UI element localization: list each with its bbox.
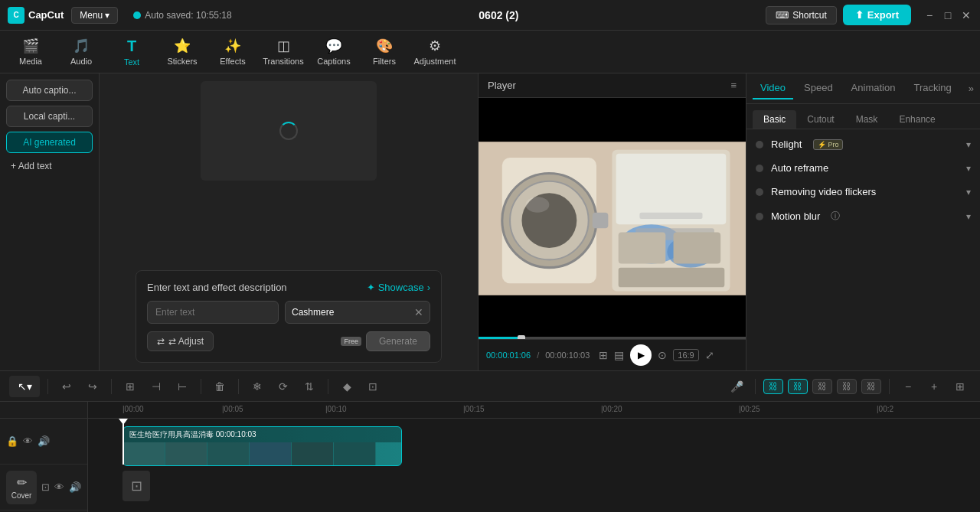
effect-input[interactable] [292,302,414,323]
video-track[interactable]: 医生给医疗用具高温消毒 00:00:10:03 [122,426,402,466]
maximize-button[interactable]: □ [942,9,954,21]
track-2-audio-icon[interactable]: 🔊 [69,481,81,493]
tab-video[interactable]: Video [753,77,793,99]
motion-blur-dropdown[interactable]: ▾ [966,211,971,222]
select-tool[interactable]: ↖▾ [9,376,40,397]
play-button[interactable]: ▶ [630,344,652,366]
zoom-in-button[interactable]: + [923,376,945,397]
shortcut-button[interactable]: ⌨ Shortcut [766,6,837,24]
connect-icon-5[interactable]: ⛓ [867,381,876,392]
clear-icon[interactable]: ✕ [414,306,423,318]
connect-icon-2[interactable]: ⛓ [793,381,802,392]
zoom-out-button[interactable]: − [897,376,919,397]
cover-track-icon[interactable]: ⊡ [41,481,50,493]
flip-tool[interactable]: ⇅ [299,376,320,397]
ai-generated-button[interactable]: AI generated [6,132,93,153]
player-menu-icon[interactable]: ≡ [730,80,737,91]
keyframe-tool[interactable]: ◆ [336,376,358,397]
track-eye-icon[interactable]: 👁 [23,435,33,447]
adjust-button[interactable]: ⇄ ⇄ Adjust [147,331,214,351]
effect-input-wrap: ✕ [285,301,430,324]
connect-group-4: ⛓ [837,379,857,394]
sub-tab-basic[interactable]: Basic [753,110,796,129]
more-tabs-icon[interactable]: » [969,83,974,94]
close-button[interactable]: ✕ [960,9,972,21]
minimize-button[interactable]: − [923,9,936,21]
freeze-tool[interactable]: ❄ [247,376,268,397]
free-badge: Free [341,337,361,346]
video-track-thumbnails [123,442,401,465]
screenshot-icon[interactable]: ⊙ [658,349,667,361]
flicker-toggle[interactable] [756,188,763,196]
delete-tool[interactable]: 🗑 [209,376,230,397]
relight-label: Relight [771,139,802,150]
text-input[interactable] [147,301,279,324]
toolbar-transitions[interactable]: ◫ Transitions [259,33,308,71]
player-controls: 00:00:01:06 / 00:00:10:03 ⊞ ▤ ▶ ⊙ 16:9 ⤢ [479,339,746,370]
svg-rect-15 [619,268,725,288]
toolbar-audio[interactable]: 🎵 Audio [57,33,106,71]
scrubber-handle[interactable] [518,335,525,339]
track-2-eye-icon[interactable]: 👁 [54,481,64,493]
sub-tab-enhance[interactable]: Enhance [888,110,946,129]
toolbar-text[interactable]: T Text [107,33,156,71]
track-audio-icon[interactable]: 🔊 [38,435,50,447]
ruler-label-2: |00:10 [325,405,347,413]
connect-icon-3[interactable]: ⛓ [818,381,827,392]
sub-tab-cutout[interactable]: Cutout [796,110,844,129]
aspect-ratio-badge[interactable]: 16:9 [673,349,698,361]
auto-caption-button[interactable]: Auto captio... [6,80,93,101]
auto-reframe-item: Auto reframe ▾ [756,162,971,174]
menu-button[interactable]: Menu ▾ [71,7,118,24]
toolbar-captions[interactable]: 💬 Captions [309,33,358,71]
toolbar-filters[interactable]: 🎨 Filters [360,33,409,71]
toolbar-adjustment[interactable]: ⚙ Adjustment [410,33,459,71]
left-panel: Auto captio... Local capti... AI generat… [0,73,100,370]
player-header: Player ≡ [479,73,746,98]
auto-reframe-toggle[interactable] [756,165,763,172]
thumb-1 [123,442,165,465]
motion-blur-info-icon[interactable]: ⓘ [831,210,840,223]
track-lock-icon[interactable]: 🔒 [6,435,18,447]
tab-speed[interactable]: Speed [796,77,841,99]
timeline-icon[interactable]: ▤ [614,349,624,361]
mic-button[interactable]: 🎤 [726,376,747,397]
crop-tool[interactable]: ⊡ [362,376,384,397]
toolbar-media[interactable]: 🎬 Media [6,33,55,71]
loop-tool[interactable]: ⟳ [273,376,294,397]
cover-button[interactable]: ✏ Cover [6,471,37,504]
redo-button[interactable]: ↪ [82,376,103,397]
filters-label: Filters [373,57,396,66]
local-caption-button[interactable]: Local capti... [6,106,93,127]
ruler-label-5: |00:25 [739,405,760,413]
fit-button[interactable]: ⊞ [949,376,971,397]
undo-button[interactable]: ↩ [56,376,77,397]
add-text-button[interactable]: + Add text [6,158,93,174]
split-left-tool[interactable]: ⊣ [145,376,167,397]
toolbar-effects[interactable]: ✨ Effects [208,33,257,71]
ruler-label-4: |00:20 [601,405,622,413]
connect-icon-1[interactable]: ⛓ [769,381,778,392]
panel-header: Enter text and effect description ✦ Show… [147,282,430,293]
grid-view-icon[interactable]: ⊞ [599,349,608,361]
toolbar-stickers[interactable]: ⭐ Stickers [158,33,207,71]
captions-icon: 💬 [325,38,342,54]
tl-sep-1 [47,379,48,394]
split-tool[interactable]: ⊞ [119,376,141,397]
flicker-dropdown[interactable]: ▾ [966,187,971,197]
export-button[interactable]: ⬆ Export [843,5,911,25]
tab-tracking[interactable]: Tracking [906,77,959,99]
ruler-label-6: |00:2 [877,405,893,413]
generate-button[interactable]: Generate [366,331,430,351]
connect-icon-4[interactable]: ⛓ [842,381,851,392]
playhead[interactable] [122,419,124,465]
sub-tab-mask[interactable]: Mask [845,110,889,129]
relight-toggle[interactable] [756,141,763,148]
relight-dropdown[interactable]: ▾ [966,139,971,150]
showcase-link[interactable]: ✦ Showcase › [367,282,430,293]
tab-animation[interactable]: Animation [844,77,903,99]
auto-reframe-dropdown[interactable]: ▾ [966,163,971,174]
fullscreen-icon[interactable]: ⤢ [705,349,714,361]
motion-blur-toggle[interactable] [756,213,763,220]
split-right-tool[interactable]: ⊢ [172,376,193,397]
